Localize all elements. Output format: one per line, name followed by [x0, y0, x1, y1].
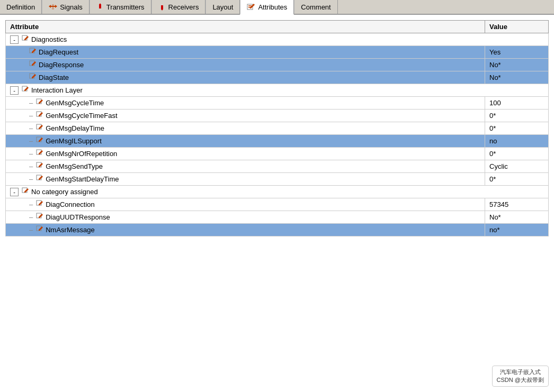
tab-definition[interactable]: Definition — [0, 0, 42, 14]
row-cycle-time-value: 100 — [485, 97, 549, 110]
edit-icon-send-type — [36, 162, 43, 171]
row-diag-response-value: No* — [485, 59, 549, 71]
edit-icon-il-support — [36, 136, 43, 145]
row-diag-connection[interactable]: – DiagConnection 57345 — [6, 198, 549, 211]
watermark: 汽车电子嵌入式 CSDN @大叔带刺 — [492, 366, 549, 387]
tab-signals[interactable]: Signals — [42, 0, 90, 14]
receivers-icon — [158, 3, 166, 11]
svg-marker-25 — [39, 112, 43, 116]
row-start-delay-value: 0* — [485, 173, 549, 186]
collapse-diagnostics[interactable]: - — [10, 35, 19, 44]
attributes-icon — [247, 3, 255, 11]
svg-marker-35 — [39, 176, 43, 180]
row-il-support-value: no — [485, 135, 549, 148]
tab-layout-label: Layout — [212, 3, 233, 11]
row-nr-repetition[interactable]: – GenMsgNrOfRepetition 0* — [6, 148, 549, 160]
row-nm-asr[interactable]: – NmAsrMessage no* — [6, 224, 549, 236]
svg-marker-5 — [99, 3, 101, 5]
row-cycle-time[interactable]: – GenMsgCycleTime 100 — [6, 97, 549, 110]
row-cycle-time-fast-name: GenMsgCycleTimeFast — [46, 112, 117, 120]
section-diagnostics-label: Diagnostics — [31, 35, 67, 43]
row-diag-request-value: Yes — [485, 46, 549, 59]
watermark-line2: CSDN @大叔带刺 — [497, 376, 544, 384]
row-il-support-name: GenMsgILSupport — [46, 137, 102, 145]
row-diag-request-name: DiagRequest — [39, 48, 78, 56]
edit-icon-cycle-time-fast — [36, 111, 43, 120]
row-send-type-value: Cyclic — [485, 160, 549, 173]
section-diagnostics-header: - Diagnostics — [6, 33, 549, 46]
row-nr-repetition-value: 0* — [485, 148, 549, 160]
svg-marker-33 — [39, 163, 43, 167]
row-diag-uudt-value: No* — [485, 211, 549, 224]
edit-icon-diag-state — [29, 73, 37, 82]
section-interaction-label: Interaction Layer — [31, 86, 83, 94]
row-start-delay-name: GenMsgStartDelayTime — [46, 175, 119, 183]
svg-marker-39 — [39, 201, 43, 205]
edit-icon-diag-request — [29, 48, 37, 57]
svg-marker-29 — [39, 138, 43, 142]
tab-receivers-label: Receivers — [168, 3, 199, 11]
collapse-interaction[interactable]: - — [10, 86, 19, 95]
tab-attributes-label: Attributes — [258, 3, 287, 11]
row-diag-response[interactable]: DiagResponse No* — [6, 59, 549, 71]
edit-icon-start-delay — [36, 175, 43, 184]
svg-marker-2 — [55, 5, 57, 8]
tab-comment-label: Comment — [301, 3, 330, 11]
watermark-line1: 汽车电子嵌入式 — [497, 368, 544, 376]
row-send-type[interactable]: – GenMsgSendType Cyclic — [6, 160, 549, 173]
edit-icon-nm-asr — [36, 225, 43, 234]
tab-transmitters[interactable]: Transmitters — [90, 0, 151, 14]
row-diag-uudt[interactable]: – DiagUUDTResponse No* — [6, 211, 549, 224]
tab-attributes[interactable]: Attributes — [240, 0, 294, 15]
row-delay-time-value: 0* — [485, 122, 549, 135]
svg-marker-17 — [32, 61, 36, 66]
row-nm-asr-value: no* — [485, 224, 549, 236]
row-start-delay[interactable]: – GenMsgStartDelayTime 0* — [6, 173, 549, 186]
row-diag-state[interactable]: DiagState No* — [6, 71, 549, 84]
edit-icon-no-category — [22, 187, 29, 196]
section-interaction-header: - Interaction Layer — [6, 84, 549, 97]
row-il-support[interactable]: – GenMsgILSupport no — [6, 135, 549, 148]
row-nm-asr-name: NmAsrMessage — [46, 226, 94, 234]
section-no-category-header: - No category assigned — [6, 186, 549, 198]
row-cycle-time-name: GenMsgCycleTime — [46, 99, 104, 107]
col-header-attribute: Attribute — [6, 21, 485, 33]
row-diag-state-name: DiagState — [39, 74, 69, 81]
row-delay-time-name: GenMsgDelayTime — [46, 124, 104, 132]
svg-marker-27 — [39, 125, 43, 129]
svg-marker-37 — [24, 188, 29, 193]
row-cycle-time-fast-value: 0* — [485, 110, 549, 122]
svg-marker-15 — [32, 49, 36, 53]
row-diag-uudt-name: DiagUUDTResponse — [46, 213, 110, 221]
svg-marker-1 — [49, 5, 51, 8]
main-content: Attribute Value - Diagnosti — [0, 15, 554, 392]
svg-marker-13 — [24, 36, 29, 40]
svg-rect-3 — [52, 4, 54, 10]
row-diag-connection-value: 57345 — [485, 198, 549, 211]
svg-rect-4 — [99, 4, 101, 8]
edit-icon-diag-connection — [36, 200, 43, 209]
tab-receivers[interactable]: Receivers — [151, 0, 206, 14]
edit-icon-nr-repetition — [36, 149, 43, 158]
edit-icon-cycle-time — [36, 98, 43, 107]
signals-icon — [49, 3, 57, 11]
row-delay-time[interactable]: – GenMsgDelayTime 0* — [6, 122, 549, 135]
tab-signals-label: Signals — [60, 3, 83, 11]
row-send-type-name: GenMsgSendType — [46, 162, 103, 170]
tab-transmitters-label: Transmitters — [106, 3, 145, 11]
edit-icon-diagnostics — [22, 35, 29, 44]
tab-comment[interactable]: Comment — [294, 0, 337, 14]
collapse-no-category[interactable]: - — [10, 188, 19, 196]
edit-icon-diag-uudt — [36, 213, 43, 222]
row-cycle-time-fast[interactable]: – GenMsgCycleTimeFast 0* — [6, 110, 549, 122]
svg-marker-21 — [24, 87, 29, 91]
tab-layout[interactable]: Layout — [205, 0, 240, 14]
row-diag-request[interactable]: DiagRequest Yes — [6, 46, 549, 59]
svg-marker-31 — [39, 150, 43, 154]
tab-bar: Definition Signals Transmitters — [0, 0, 554, 15]
row-diag-state-value: No* — [485, 71, 549, 84]
svg-marker-7 — [161, 9, 163, 11]
svg-marker-43 — [39, 226, 43, 231]
attributes-table: Attribute Value - Diagnosti — [5, 20, 549, 236]
edit-icon-interaction — [22, 86, 29, 95]
